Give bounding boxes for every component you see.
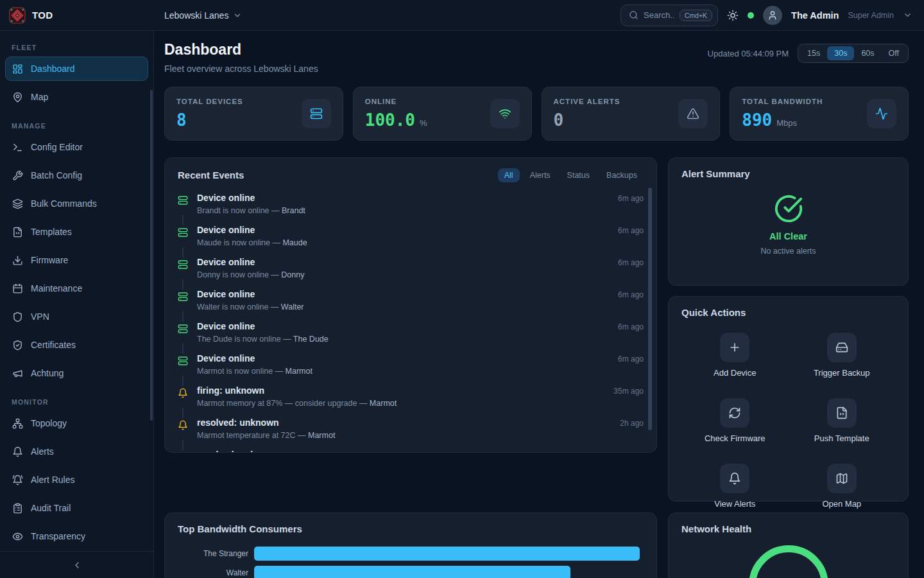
event-row[interactable]: Device online6m agoBrandt is now online … [178,193,644,215]
event-filter-all[interactable]: All [498,168,520,182]
event-row[interactable]: Device online6m agoThe Dude is now onlin… [178,321,644,344]
event-row[interactable]: Device online6m agoDonny is now online —… [178,257,644,279]
sidebar-item-topology[interactable]: Topology [5,411,148,435]
connection-status-dot [748,12,754,19]
clipboard-list-icon [12,503,23,514]
event-filter-backups[interactable]: Backups [600,168,644,182]
sidebar-item-vpn[interactable]: VPN [5,304,148,329]
event-header-row: Device online6m ago [197,321,644,331]
network-icon [12,418,23,429]
event-row[interactable]: Device online6m agoWalter is now online … [178,289,644,311]
sidebar-item-templates[interactable]: Templates [5,220,148,244]
event-title: Device online [197,353,255,363]
recent-events-title: Recent Events [178,170,244,180]
sidebar-item-map[interactable]: Map [5,85,148,109]
event-bell-icon-wrap [178,450,188,453]
interval-button-30s[interactable]: 30s [827,46,854,60]
event-server-icon-wrap [178,258,188,279]
stat-card-text: ACTIVE ALERTS0 [554,98,620,130]
stat-value-row: 100.0% [365,110,427,130]
event-row[interactable]: Device online6m agoMarmot is now online … [178,353,644,376]
event-filter-alerts[interactable]: Alerts [524,168,557,182]
interval-button-off[interactable]: Off [882,46,906,60]
recent-events-panel: Recent Events AllAlertsStatusBackups Dev… [164,157,657,453]
bandwidth-row: The Stranger [178,547,644,561]
network-health-gauge: 100 [749,545,828,578]
org-switcher[interactable]: Lebowski Lanes [164,10,242,21]
quick-action-label: Open Map [822,499,861,509]
search-input[interactable] [644,10,674,20]
search-shortcut-badge: Cmd+K [680,10,712,21]
stat-card-active-alerts: ACTIVE ALERTS0 [542,87,721,141]
sidebar-item-maintenance[interactable]: Maintenance [5,276,148,301]
search-box[interactable]: Cmd+K [620,4,718,26]
theme-toggle-button[interactable] [727,10,739,21]
sidebar-item-firmware[interactable]: Firmware [5,248,148,272]
alert-summary-title: Alert Summary [681,168,750,179]
server-icon [178,259,188,270]
sidebar-item-audit-trail[interactable]: Audit Trail [5,496,148,520]
quick-action-trigger-backup[interactable]: Trigger Backup [789,333,896,378]
sidebar-scrollbar[interactable] [150,90,153,421]
event-header-row: Device online6m ago [197,353,644,363]
sidebar-item-transparency[interactable]: Transparency [5,524,148,548]
event-time: 4h ago [620,451,644,453]
event-header-row: Device online6m ago [197,289,644,299]
sidebar-item-bulk-commands[interactable]: Bulk Commands [5,191,148,216]
event-title: Device online [197,193,255,203]
sidebar-item-alert-rules[interactable]: Alert Rules [5,468,148,492]
download-icon [12,255,23,266]
event-detail: Marmot memory at 87% — consider upgrade … [197,399,644,408]
event-filter-status[interactable]: Status [561,168,596,182]
event-body: firing: unknown35m agoMarmot memory at 8… [197,385,644,408]
map-pin-icon [12,92,23,103]
quick-action-open-map[interactable]: Open Map [789,464,896,509]
search-icon [629,10,638,20]
refresh-cw-icon [728,407,741,419]
stat-icon-chip [490,99,520,128]
sidebar-item-certificates[interactable]: Certificates [5,333,148,357]
recent-events-header: Recent Events AllAlertsStatusBackups [178,168,644,182]
bandwidth-bar [254,566,570,578]
network-health-value: 100 [773,575,803,578]
event-row[interactable]: Device online6m agoMaude is now online —… [178,225,644,247]
event-server-icon-wrap [178,354,188,376]
event-server-icon-wrap [178,225,188,247]
bell-icon [12,446,23,457]
interval-button-60s[interactable]: 60s [854,46,881,60]
quick-action-push-template[interactable]: Push Template [789,398,896,443]
event-row[interactable]: resolved: unknown4h ago [178,450,644,453]
stat-value-row: 890Mbps [742,110,823,130]
avatar[interactable] [763,6,782,25]
stat-unit: % [420,118,427,128]
event-title: Device online [197,289,255,299]
quick-action-view-alerts[interactable]: View Alerts [681,464,789,509]
bell-icon [178,452,188,453]
calendar-icon [12,283,23,294]
sidebar-item-dashboard[interactable]: Dashboard [5,57,148,81]
event-body: resolved: unknown2h agoMarmot temperatur… [197,417,644,440]
quick-action-check-firmware[interactable]: Check Firmware [681,398,789,443]
sidebar-item-config-editor[interactable]: Config Editor [5,135,148,159]
interval-button-15s[interactable]: 15s [800,46,827,60]
event-row[interactable]: resolved: unknown2h agoMarmot temperatur… [178,417,644,440]
sidebar-item-alerts[interactable]: Alerts [5,439,148,464]
events-scrollbar[interactable] [648,188,652,430]
sidebar-item-achtung[interactable]: Achtung [5,361,148,385]
sidebar-collapse-button[interactable] [0,551,153,578]
event-row[interactable]: firing: unknown35m agoMarmot memory at 8… [178,385,644,408]
event-device-name: Maude [282,238,307,247]
alert-detail-text: No active alerts [760,247,816,256]
sidebar-item-label: Alert Rules [31,475,74,485]
terminal-icon [12,142,23,153]
quick-action-add-device[interactable]: Add Device [681,333,789,378]
server-icon [310,107,323,120]
chevron-left-icon [72,560,82,570]
user-menu-chevron-icon[interactable] [903,10,912,20]
event-title: Device online [197,321,255,331]
main-content: Dashboard Fleet overview across Lebowski… [154,31,924,578]
sidebar-item-batch-config[interactable]: Batch Config [5,163,148,188]
brand-name: TOD [32,10,53,21]
bandwidth-bar [254,547,640,561]
sidebar-item-label: Audit Trail [31,503,71,513]
